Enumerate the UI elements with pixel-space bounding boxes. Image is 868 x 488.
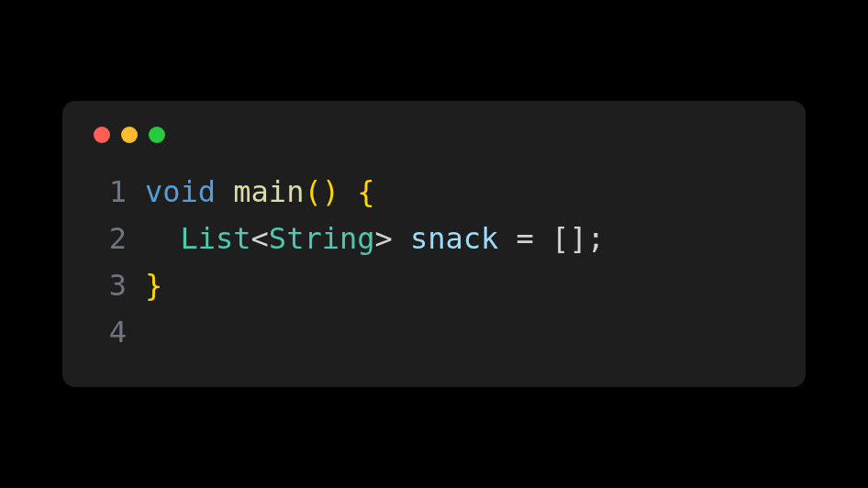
code-line: 2 List<String> snack = []; [94, 216, 774, 262]
space-token [216, 174, 233, 209]
function-token: main [233, 174, 304, 209]
minimize-icon[interactable] [121, 127, 138, 143]
brace-token: { [357, 174, 374, 209]
maximize-icon[interactable] [149, 127, 165, 143]
code-line: 1 void main() { [94, 169, 774, 216]
code-content: } [145, 262, 162, 309]
brace-token: } [145, 268, 162, 303]
line-number: 3 [94, 262, 127, 309]
space-token [393, 221, 410, 256]
type-token: List [181, 221, 251, 256]
paren-token: () [304, 174, 339, 209]
code-area[interactable]: 1 void main() { 2 List<String> snack = [… [94, 169, 774, 357]
variable-token: snack [410, 221, 498, 256]
code-content: void main() { [145, 169, 374, 216]
space-token [498, 221, 516, 256]
line-number: 4 [94, 309, 127, 356]
angle-token: > [374, 221, 392, 256]
line-number: 1 [94, 169, 127, 216]
bracket-token: [] [551, 221, 587, 256]
code-line: 4 [94, 309, 774, 356]
type-token: String [269, 221, 375, 256]
line-number: 2 [94, 216, 127, 262]
space-token [339, 174, 357, 209]
indent-token [145, 221, 181, 256]
operator-token: = [517, 221, 534, 256]
semicolon-token: ; [587, 221, 605, 256]
space-token [534, 221, 551, 256]
code-editor-window: 1 void main() { 2 List<String> snack = [… [62, 101, 806, 388]
code-content: List<String> snack = []; [145, 216, 605, 262]
keyword-token: void [145, 174, 216, 209]
code-line: 3 } [94, 262, 774, 309]
angle-token: < [251, 221, 269, 256]
window-controls [94, 127, 774, 143]
close-icon[interactable] [94, 127, 110, 143]
